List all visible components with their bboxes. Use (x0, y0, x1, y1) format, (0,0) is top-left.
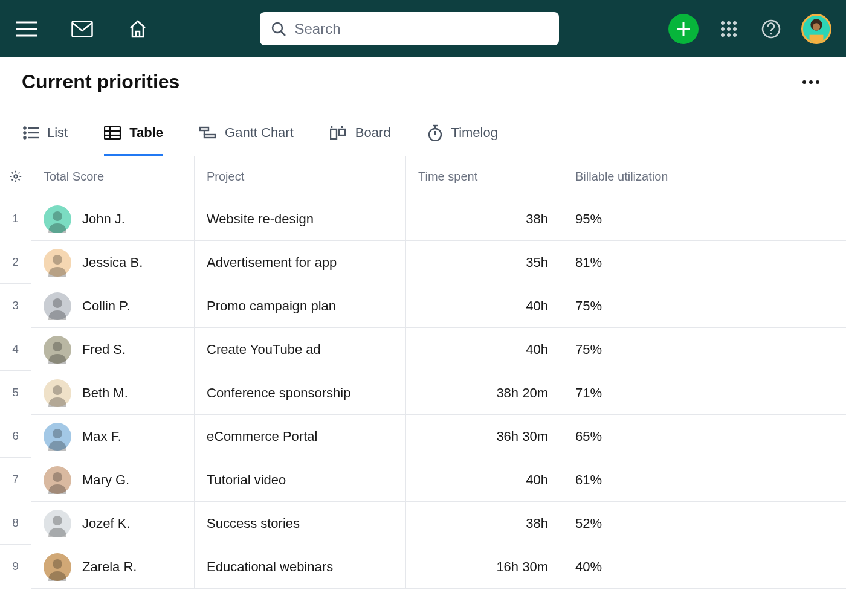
help-button[interactable] (759, 17, 783, 41)
tab-board[interactable]: Board (330, 109, 391, 156)
avatar-icon (803, 14, 830, 44)
cell-utilization: 40% (563, 545, 846, 588)
utilization-percent: 75% (575, 298, 610, 314)
cell-person: Max F. (31, 415, 195, 458)
list-icon (23, 126, 39, 140)
avatar[interactable] (44, 466, 71, 494)
person-name: Zarela R. (82, 559, 137, 575)
tab-timelog[interactable]: Timelog (427, 109, 498, 156)
col-project[interactable]: Project (195, 156, 406, 197)
gear-icon (9, 170, 22, 183)
svg-point-36 (53, 211, 62, 221)
search-input[interactable] (295, 21, 548, 37)
cell-time-spent: 40h (406, 328, 563, 371)
col-time[interactable]: Time spent (406, 156, 563, 197)
menu-button[interactable] (15, 17, 39, 41)
cell-utilization: 81% (563, 241, 846, 284)
header-right (668, 14, 831, 44)
table-header-row: Total Score Project Time spent Billable … (31, 156, 846, 197)
svg-point-42 (53, 472, 62, 482)
svg-point-9 (770, 33, 772, 34)
svg-point-14 (24, 127, 25, 129)
table-row[interactable]: 7Mary G.Tutorial video40h61% (31, 458, 846, 502)
cell-person: Beth M. (31, 371, 195, 414)
user-avatar[interactable] (801, 14, 831, 44)
row-index: 4 (0, 328, 31, 371)
avatar[interactable] (44, 553, 71, 581)
svg-point-4 (273, 23, 282, 33)
plus-icon (676, 21, 691, 37)
person-name: Max F. (82, 429, 121, 444)
more-actions-button[interactable] (798, 75, 824, 89)
svg-point-39 (53, 342, 62, 351)
table-row[interactable]: 6Max F.eCommerce Portal36h 30m65% (31, 415, 846, 458)
cell-utilization: 61% (563, 458, 846, 501)
priorities-table: Total Score Project Time spent Billable … (31, 156, 846, 589)
tab-list[interactable]: List (23, 109, 68, 156)
hamburger-icon (16, 21, 37, 37)
tab-timelog-label: Timelog (451, 125, 498, 141)
search-wrap (150, 12, 668, 45)
cell-person: Fred S. (31, 328, 195, 371)
apps-button[interactable] (717, 17, 741, 41)
cell-person: John J. (31, 197, 195, 240)
search-box[interactable] (260, 12, 559, 45)
row-index: 2 (0, 241, 31, 284)
table-row[interactable]: 1John J.Website re-design38h95% (31, 197, 846, 241)
table-icon (104, 126, 121, 140)
row-index: 5 (0, 371, 31, 414)
app-header (0, 0, 846, 57)
svg-point-16 (24, 132, 25, 133)
home-button[interactable] (126, 17, 150, 41)
title-row: Current priorities (0, 57, 846, 109)
avatar[interactable] (44, 336, 71, 364)
row-index: 9 (0, 545, 31, 588)
col-score[interactable]: Total Score (31, 156, 195, 197)
cell-project: Success stories (195, 502, 406, 545)
utilization-percent: 40% (575, 559, 610, 575)
svg-rect-24 (200, 127, 208, 130)
utilization-percent: 75% (575, 342, 610, 358)
inbox-button[interactable] (70, 17, 94, 41)
view-tabs: List Table Gantt Chart Board Timelog (0, 109, 846, 156)
person-name: Collin P. (82, 298, 130, 314)
person-name: Beth M. (82, 385, 128, 401)
svg-rect-30 (339, 129, 345, 135)
table-wrap: Total Score Project Time spent Billable … (0, 156, 846, 589)
table-row[interactable]: 3Collin P.Promo campaign plan40h75% (31, 284, 846, 328)
cell-time-spent: 35h (406, 241, 563, 284)
svg-rect-28 (331, 129, 337, 139)
avatar[interactable] (44, 292, 71, 320)
cell-time-spent: 40h (406, 284, 563, 327)
avatar[interactable] (44, 205, 71, 233)
cell-time-spent: 36h 30m (406, 415, 563, 458)
header-left (15, 17, 150, 41)
cell-utilization: 71% (563, 371, 846, 414)
table-row[interactable]: 5Beth M.Conference sponsorship38h 20m71% (31, 371, 846, 415)
home-icon (128, 19, 147, 39)
utilization-percent: 65% (575, 429, 610, 444)
col-utilization[interactable]: Billable utilization (563, 156, 846, 197)
tab-gantt[interactable]: Gantt Chart (199, 109, 294, 156)
cell-person: Collin P. (31, 284, 195, 327)
cell-time-spent: 38h 20m (406, 371, 563, 414)
svg-point-43 (53, 516, 62, 525)
table-row[interactable]: 9Zarela R.Educational webinars16h 30m40% (31, 545, 846, 589)
page-title: Current priorities (22, 71, 179, 93)
svg-point-35 (14, 175, 18, 178)
table-row[interactable]: 4Fred S.Create YouTube ad40h75% (31, 328, 846, 371)
tab-gantt-label: Gantt Chart (225, 125, 294, 141)
avatar[interactable] (44, 379, 71, 407)
table-row[interactable]: 2Jessica B.Advertisement for app35h81% (31, 241, 846, 284)
cell-project: eCommerce Portal (195, 415, 406, 458)
avatar[interactable] (44, 423, 71, 451)
person-name: Jessica B. (82, 255, 143, 271)
avatar[interactable] (44, 249, 71, 277)
table-row[interactable]: 8Jozef K.Success stories38h52% (31, 502, 846, 545)
cell-person: Jessica B. (31, 241, 195, 284)
avatar[interactable] (44, 510, 71, 537)
utilization-percent: 52% (575, 516, 610, 531)
add-button[interactable] (668, 14, 699, 44)
utilization-percent: 61% (575, 472, 610, 488)
tab-table[interactable]: Table (104, 109, 163, 156)
